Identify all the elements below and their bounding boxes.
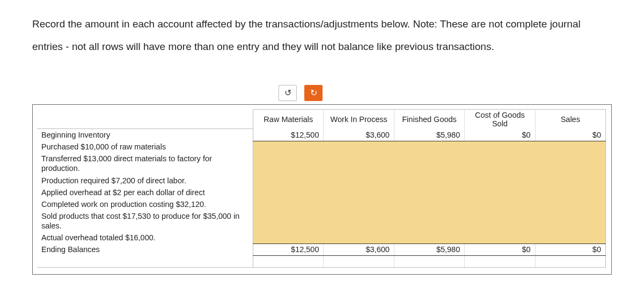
transaction-label: Completed work on production costing $32…: [37, 198, 253, 210]
beginning-finished-goods: $5,980: [394, 129, 464, 141]
transaction-label: Purchased $10,000 of raw materials: [37, 141, 253, 153]
beginning-raw-materials: $12,500: [253, 129, 324, 141]
accounts-table: Raw Materials Work In Process Finished G…: [37, 109, 606, 268]
transaction-label: Applied overhead at $2 per each dollar o…: [37, 187, 253, 198]
beginning-cogs: $0: [465, 129, 535, 141]
redo-icon: ↻: [310, 88, 317, 98]
transaction-label: Production required $7,200 of direct lab…: [37, 175, 253, 187]
ending-cogs: $0: [465, 243, 535, 255]
table-footer-row: [37, 255, 606, 267]
col-header-raw-materials: Raw Materials: [253, 109, 324, 129]
input-area[interactable]: [253, 141, 606, 243]
redo-button[interactable]: ↻: [304, 85, 323, 101]
ending-finished-goods: $5,980: [394, 243, 464, 255]
transaction-label: Sold products that cost $17,530 to produ…: [37, 210, 253, 232]
col-header-work-in-process: Work In Process: [324, 109, 394, 129]
ending-label: Ending Balances: [37, 243, 253, 255]
beginning-label: Beginning Inventory: [37, 129, 253, 141]
column-header-row: Raw Materials Work In Process Finished G…: [37, 109, 606, 129]
transaction-row: Purchased $10,000 of raw materials: [37, 141, 606, 153]
instructions-text: Record the amount in each account affect…: [32, 13, 612, 58]
ending-raw-materials: $12,500: [253, 243, 324, 255]
ending-wip: $3,600: [324, 243, 394, 255]
spreadsheet-container: Raw Materials Work In Process Finished G…: [32, 104, 612, 275]
col-header-cogs: Cost of Goods Sold: [465, 109, 535, 129]
transaction-label: Transferred $13,000 direct materials to …: [37, 153, 253, 174]
ending-balances-row: Ending Balances $12,500 $3,600 $5,980 $0…: [37, 243, 606, 255]
ending-sales: $0: [535, 243, 605, 255]
col-header-sales: Sales: [535, 109, 605, 129]
toolbar: ↺ ↻: [0, 85, 612, 101]
transaction-label: Actual overhead totaled $16,000.: [37, 232, 253, 243]
beginning-wip: $3,600: [324, 129, 394, 141]
col-header-finished-goods: Finished Goods: [394, 109, 464, 129]
undo-button[interactable]: ↺: [279, 85, 297, 101]
beginning-inventory-row: Beginning Inventory $12,500 $3,600 $5,98…: [37, 129, 606, 141]
undo-icon: ↺: [284, 88, 291, 98]
beginning-sales: $0: [535, 129, 605, 141]
